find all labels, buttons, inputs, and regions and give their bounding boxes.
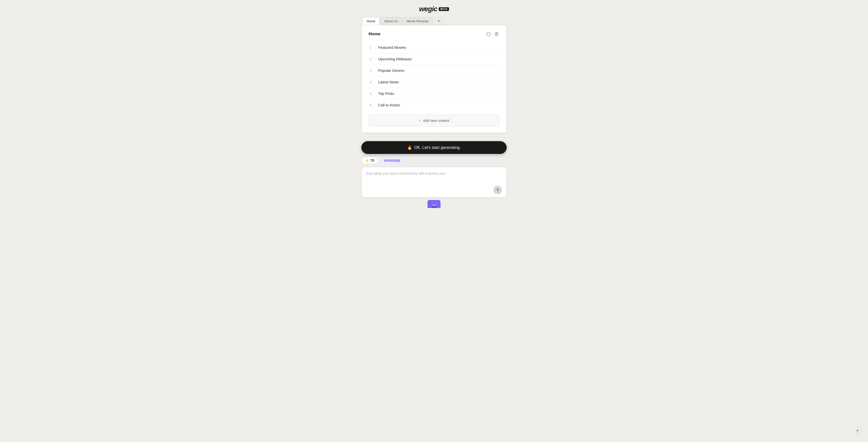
plus-icon: +	[419, 118, 421, 123]
list-item: 6 Call to Action	[369, 99, 499, 111]
footer-avatar	[361, 200, 507, 208]
send-button[interactable]	[493, 186, 502, 194]
chat-input[interactable]	[366, 171, 502, 183]
generate-emoji: 🔥	[407, 145, 412, 150]
list-item: 3 Popular Genres	[369, 65, 499, 76]
card-header: Home	[369, 31, 499, 37]
item-label: Call to Action	[378, 103, 400, 107]
content-card: Home	[361, 25, 507, 133]
credits-icon: ⚡	[365, 159, 369, 163]
add-content-button[interactable]: + Add new content	[369, 115, 499, 127]
help-button[interactable]: ?	[853, 427, 862, 436]
item-number: 4	[370, 80, 374, 84]
credits-badge: ⚡ 70	[362, 157, 378, 164]
item-number: 2	[370, 57, 374, 61]
item-label: Upcoming Releases	[378, 57, 412, 61]
header: wegic BETA	[0, 0, 868, 17]
send-icon	[496, 188, 500, 192]
beta-badge: BETA	[439, 7, 449, 11]
item-number: 5	[370, 92, 374, 96]
tab-about[interactable]: About Us	[380, 17, 402, 25]
tab-movie-reviews[interactable]: Movie Reviews	[402, 17, 433, 25]
content-list: 1 Featured Movies 2 Upcoming Releases 3 …	[369, 42, 499, 111]
item-label: Top Picks	[378, 91, 394, 96]
item-number: 6	[370, 103, 374, 107]
generate-button[interactable]: 🔥 OK. Let's start generating.	[361, 141, 507, 154]
upgrade-button[interactable]: UPGRADE	[380, 157, 404, 164]
main-content: Home About Us Movie Reviews ↻ Home	[361, 17, 507, 208]
logo-container: wegic BETA	[419, 5, 449, 13]
logo-text: wegic	[419, 5, 437, 13]
list-item: 4 Latest News	[369, 76, 499, 88]
card-title: Home	[369, 32, 380, 37]
credits-count: 70	[370, 159, 374, 163]
item-label: Featured Movies	[378, 45, 406, 49]
item-number: 1	[370, 45, 374, 49]
tabs-bar: Home About Us Movie Reviews ↻	[361, 17, 507, 25]
list-item: 1 Featured Movies	[369, 42, 499, 53]
item-label: Popular Genres	[378, 68, 404, 73]
list-item: 5 Top Picks	[369, 88, 499, 99]
credits-row: ⚡ 70 UPGRADE	[361, 157, 507, 164]
generate-label: OK. Let's start generating.	[414, 145, 461, 150]
item-number: 3	[370, 69, 374, 73]
svg-point-3	[432, 204, 436, 206]
avatar-illustration	[430, 202, 438, 208]
card-delete-button[interactable]	[494, 31, 499, 37]
add-content-label: Add new content	[423, 118, 449, 123]
chat-bottom-row	[366, 186, 502, 194]
card-actions	[486, 31, 499, 37]
list-item: 2 Upcoming Releases	[369, 53, 499, 65]
tabs-refresh-button[interactable]: ↻	[435, 18, 442, 25]
avatar-box	[428, 200, 440, 208]
tab-home[interactable]: Home	[362, 17, 380, 25]
card-refresh-button[interactable]	[486, 31, 491, 37]
item-label: Latest News	[378, 80, 399, 84]
chat-input-container	[361, 167, 507, 198]
